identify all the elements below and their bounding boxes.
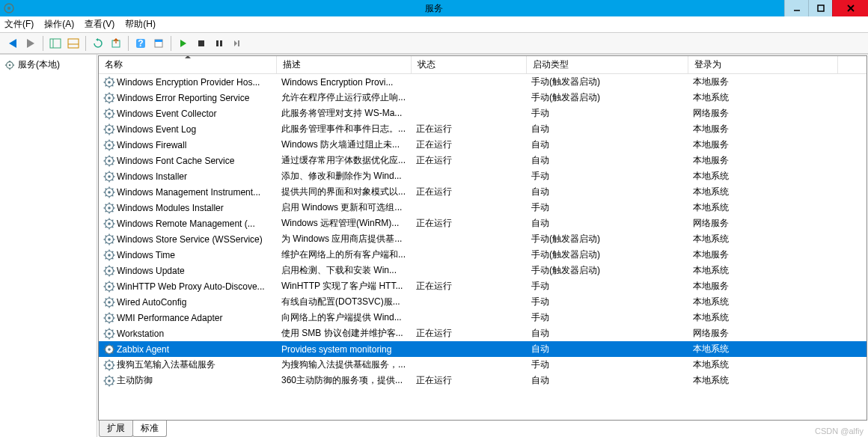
minimize-button[interactable] — [784, 0, 808, 16]
pause-service-button[interactable] — [211, 35, 227, 52]
svg-line-44 — [112, 94, 114, 95]
service-row[interactable]: Windows Management Instrument...提供共同的界面和… — [99, 184, 867, 200]
service-row[interactable]: 搜狗五笔输入法基础服务为搜狗输入法提供基础服务，...手动本地系统 — [99, 357, 867, 373]
column-header-status[interactable]: 状态 — [412, 56, 527, 73]
help-button[interactable]: ? — [132, 35, 149, 52]
svg-line-192 — [112, 336, 114, 337]
service-name: Windows Remote Management (... — [117, 218, 255, 229]
svg-line-174 — [112, 298, 114, 299]
svg-line-84 — [112, 156, 114, 158]
menu-action[interactable]: 操作(A) — [44, 18, 74, 31]
service-description: 启用 Windows 更新和可选组... — [277, 201, 412, 214]
service-row[interactable]: Windows Modules Installer启用 Windows 更新和可… — [99, 200, 867, 216]
service-row[interactable]: Windows Encryption Provider Hos...Window… — [99, 74, 867, 90]
gear-icon — [103, 296, 115, 308]
tree-item-services-local[interactable]: 服务(本地) — [1, 58, 95, 72]
svg-line-202 — [112, 352, 114, 353]
svg-line-143 — [106, 257, 107, 259]
gear-icon — [103, 281, 115, 293]
show-hide-tree-button[interactable] — [47, 35, 64, 52]
svg-line-31 — [106, 78, 107, 79]
properties-button[interactable] — [150, 35, 167, 52]
svg-line-81 — [106, 156, 107, 158]
service-startup-type: 自动 — [527, 154, 688, 167]
menu-help[interactable]: 帮助(H) — [125, 18, 156, 31]
service-name: Windows Font Cache Service — [117, 156, 234, 166]
service-logon-as: 本地服务 — [688, 154, 838, 167]
start-service-button[interactable] — [175, 35, 192, 52]
refresh-button[interactable] — [90, 35, 106, 52]
svg-line-104 — [112, 188, 114, 189]
restart-service-button[interactable] — [229, 35, 245, 52]
tab-extended[interactable]: 扩展 — [99, 421, 133, 437]
nav-forward-button[interactable] — [22, 35, 39, 52]
sort-indicator-icon — [185, 55, 191, 58]
svg-line-111 — [106, 204, 107, 205]
service-status: 正在运行 — [412, 186, 527, 198]
service-description: 此服务管理事件和事件日志。... — [277, 123, 412, 135]
export-button[interactable] — [108, 35, 124, 52]
service-row[interactable]: Windows FirewallWindows 防火墙通过阻止未...正在运行自… — [99, 137, 867, 153]
service-row[interactable]: Workstation使用 SMB 协议创建并维护客...正在运行自动网络服务 — [99, 326, 867, 341]
svg-point-146 — [108, 269, 111, 272]
svg-line-121 — [106, 219, 107, 221]
gear-icon — [103, 123, 115, 135]
service-status: 正在运行 — [412, 217, 527, 230]
menu-view[interactable]: 查看(V) — [85, 18, 114, 31]
tab-standard[interactable]: 标准 — [132, 421, 167, 437]
service-description: 使用 SMB 协议创建并维护客... — [277, 327, 412, 340]
service-row[interactable]: Windows Store Service (WSService)为 Windo… — [99, 231, 867, 247]
svg-point-1 — [7, 7, 10, 10]
list-header: 名称 描述 状态 启动类型 登录为 — [99, 56, 867, 74]
service-row[interactable]: Windows Error Reporting Service允许在程序停止运行… — [99, 90, 867, 106]
service-row[interactable]: Windows Remote Management (...Windows 远程… — [99, 216, 867, 231]
service-description: 为 Windows 应用商店提供基... — [277, 233, 412, 245]
menu-file[interactable]: 文件(F) — [4, 18, 34, 31]
toolbar-separator — [128, 36, 129, 51]
service-description: WinHTTP 实现了客户端 HTT... — [277, 280, 412, 293]
column-header-startup-type[interactable]: 启动类型 — [527, 56, 688, 73]
svg-point-216 — [108, 379, 111, 382]
svg-line-191 — [106, 329, 107, 331]
service-status: 正在运行 — [412, 327, 527, 340]
column-header-name[interactable]: 名称 — [99, 56, 277, 73]
maximize-button[interactable] — [808, 0, 832, 16]
service-row[interactable]: WinHTTP Web Proxy Auto-Discove...WinHTTP… — [99, 278, 867, 294]
column-header-description[interactable]: 描述 — [277, 56, 412, 73]
svg-point-176 — [108, 317, 111, 320]
gear-icon — [103, 76, 115, 88]
svg-line-204 — [112, 345, 114, 346]
service-row[interactable]: Windows Installer添加、修改和删除作为 Wind...手动本地系… — [99, 168, 867, 184]
show-hide-console-button[interactable] — [65, 35, 82, 52]
svg-line-221 — [106, 376, 107, 378]
svg-line-132 — [112, 242, 114, 243]
toolbar-separator — [171, 36, 171, 51]
tree-pane: 服务(本地) — [0, 55, 97, 437]
gear-icon — [103, 265, 115, 277]
stop-service-button[interactable] — [193, 35, 210, 52]
service-name: Windows Installer — [117, 171, 187, 182]
column-header-logon-as[interactable]: 登录为 — [688, 56, 838, 73]
svg-line-171 — [106, 298, 107, 299]
gear-icon — [103, 233, 115, 245]
svg-line-161 — [106, 282, 107, 284]
svg-line-183 — [106, 320, 107, 322]
service-row[interactable]: Windows Font Cache Service通过缓存常用字体数据优化应.… — [99, 153, 867, 168]
service-logon-as: 网络服务 — [688, 107, 838, 120]
service-row[interactable]: Wired AutoConfig有线自动配置(DOT3SVC)服...手动本地系… — [99, 294, 867, 310]
close-button[interactable] — [832, 0, 868, 16]
service-row[interactable]: Zabbix AgentProvides system monitoring自动… — [99, 341, 867, 357]
svg-line-92 — [112, 179, 114, 180]
service-row[interactable]: WMI Performance Adapter向网络上的客户端提供 Wind..… — [99, 310, 867, 326]
svg-line-163 — [106, 289, 107, 290]
service-row[interactable]: Windows Event Collector此服务将管理对支持 WS-Ma..… — [99, 106, 867, 121]
service-row[interactable]: Windows Update启用检测、下载和安装 Win...手动(触发器启动)… — [99, 263, 867, 278]
nav-back-button[interactable] — [4, 35, 21, 52]
service-startup-type: 自动 — [527, 138, 688, 151]
svg-line-184 — [112, 314, 114, 315]
svg-line-91 — [106, 172, 107, 174]
service-row[interactable]: 主动防御360主动防御的服务项，提供...正在运行自动本地系统 — [99, 373, 867, 388]
services-list[interactable]: 名称 描述 状态 启动类型 登录为 Windows Encryption Pro… — [98, 55, 867, 421]
service-row[interactable]: Windows Time维护在网络上的所有客户端和...手动(触发器启动)本地服… — [99, 247, 867, 263]
service-row[interactable]: Windows Event Log此服务管理事件和事件日志。...正在运行自动本… — [99, 121, 867, 137]
